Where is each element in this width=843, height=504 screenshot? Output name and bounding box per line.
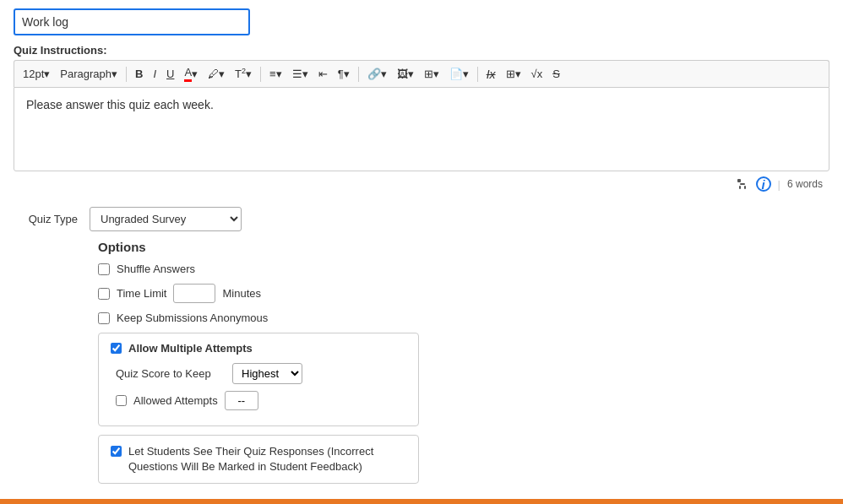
svg-rect-3 — [744, 186, 746, 189]
multiple-attempts-header: Allow Multiple Attempts — [111, 342, 406, 355]
editor-content: Please answer this quiz each week. — [26, 98, 817, 111]
time-limit-label[interactable]: Time Limit — [117, 287, 166, 300]
embed-chevron-icon: ▾ — [433, 68, 439, 80]
outdent-icon: ⇤ — [318, 68, 328, 80]
toolbar-sep-3 — [358, 67, 359, 82]
font-size-value: 12pt — [23, 68, 44, 80]
quiz-type-label: Quiz Type — [14, 213, 90, 225]
font-color-icon: A — [184, 66, 192, 82]
options-title: Options — [98, 240, 829, 254]
paragraph-chevron-icon: ▾ — [111, 68, 117, 80]
image-button[interactable]: 🖼 ▾ — [394, 66, 417, 82]
multiple-attempts-box: Allow Multiple Attempts Quiz Score to Ke… — [98, 333, 419, 426]
allowed-attempts-input[interactable] — [225, 391, 258, 410]
table-icon: ⊞ — [506, 68, 515, 80]
list-chevron-icon: ▾ — [302, 68, 308, 80]
main-container: Quiz Instructions: 12pt ▾ Paragraph ▾ B … — [0, 0, 843, 492]
keep-submissions-label[interactable]: Keep Submissions Anonymous — [117, 312, 268, 324]
let-students-see-box: Let Students See Their Quiz Responses (I… — [98, 435, 419, 484]
allow-multiple-attempts-label[interactable]: Allow Multiple Attempts — [128, 342, 253, 355]
quiz-score-to-keep-row: Quiz Score to Keep Highest Latest Averag… — [116, 363, 406, 384]
paragraph-selector[interactable]: Paragraph ▾ — [57, 66, 121, 82]
time-limit-input[interactable] — [173, 284, 215, 303]
time-limit-checkbox[interactable] — [98, 288, 110, 300]
shuffle-answers-label[interactable]: Shuffle Answers — [117, 263, 195, 275]
superscript-chevron-icon: ▾ — [246, 68, 252, 80]
embed-icon: ⊞ — [424, 68, 433, 80]
align-button[interactable]: ≡ ▾ — [266, 66, 286, 82]
list-icon: ☰ — [292, 68, 302, 80]
paragraph-value: Paragraph — [60, 68, 111, 80]
font-color-button[interactable]: A ▾ — [181, 64, 201, 84]
paragraph-format-button[interactable]: ¶ ▾ — [334, 66, 353, 82]
embed-button[interactable]: ⊞ ▾ — [421, 66, 443, 82]
keep-submissions-checkbox[interactable] — [98, 312, 110, 324]
font-color-chevron-icon: ▾ — [192, 68, 198, 80]
image-chevron-icon: ▾ — [408, 68, 414, 80]
word-count-bar: i | 6 words — [14, 173, 829, 195]
options-section: Options Shuffle Answers Time Limit Minut… — [98, 240, 829, 484]
toolbar-sep-1 — [126, 67, 127, 82]
allowed-attempts-row: Allowed Attempts — [116, 391, 406, 410]
settings-section: Quiz Type Graded Quiz Practice Quiz Grad… — [14, 207, 829, 231]
shuffle-answers-checkbox[interactable] — [98, 263, 110, 275]
title-input[interactable] — [14, 8, 250, 35]
paragraph-format-chevron-icon: ▾ — [344, 68, 350, 80]
highlight-chevron-icon: ▾ — [219, 68, 225, 80]
doc-button[interactable]: 📄 ▾ — [446, 66, 472, 82]
paragraph-format-icon: ¶ — [338, 68, 344, 80]
highlight-icon: 🖊 — [208, 68, 219, 80]
math-button[interactable]: √x — [528, 66, 547, 82]
allowed-attempts-checkbox[interactable] — [116, 395, 127, 406]
word-count-separator: | — [778, 178, 780, 191]
allowed-attempts-label[interactable]: Allowed Attempts — [133, 394, 218, 407]
keep-submissions-anonymous-row: Keep Submissions Anonymous — [98, 312, 829, 324]
time-limit-unit: Minutes — [222, 287, 261, 300]
eraser-button[interactable]: Ix — [483, 66, 499, 83]
quiz-type-row: Quiz Type Graded Quiz Practice Quiz Grad… — [14, 207, 829, 231]
quiz-type-select[interactable]: Graded Quiz Practice Quiz Graded Survey … — [90, 207, 242, 231]
table-chevron-icon: ▾ — [515, 68, 521, 80]
superscript-icon: T2 — [235, 67, 246, 80]
let-students-see-header: Let Students See Their Quiz Responses (I… — [111, 444, 406, 474]
link-button[interactable]: 🔗 ▾ — [364, 66, 390, 82]
eraser-icon: Ix — [487, 68, 496, 81]
svg-rect-2 — [739, 186, 741, 189]
shuffle-answers-row: Shuffle Answers — [98, 263, 829, 275]
let-students-see-label[interactable]: Let Students See Their Quiz Responses (I… — [128, 444, 406, 474]
strikethrough-icon: S — [552, 68, 560, 80]
info-icon[interactable]: i — [756, 176, 771, 192]
align-icon: ≡ — [269, 68, 276, 80]
editor-area[interactable]: Please answer this quiz each week. — [14, 87, 829, 171]
allow-multiple-attempts-checkbox[interactable] — [111, 343, 122, 354]
quiz-score-to-keep-label: Quiz Score to Keep — [116, 367, 226, 380]
accessibility-icon[interactable] — [736, 177, 749, 191]
align-chevron-icon: ▾ — [276, 68, 282, 80]
math-icon: √x — [531, 68, 543, 80]
superscript-button[interactable]: T2 ▾ — [231, 65, 255, 82]
font-size-selector[interactable]: 12pt ▾ — [19, 66, 53, 82]
doc-chevron-icon: ▾ — [463, 68, 469, 80]
svg-rect-0 — [737, 179, 741, 182]
link-icon: 🔗 — [367, 68, 381, 80]
doc-icon: 📄 — [449, 68, 463, 80]
bold-button[interactable]: B — [132, 66, 146, 82]
strikethrough-button[interactable]: S — [549, 66, 563, 82]
outdent-button[interactable]: ⇤ — [315, 66, 331, 82]
let-students-see-checkbox[interactable] — [111, 446, 122, 457]
font-size-chevron-icon: ▾ — [44, 68, 50, 80]
toolbar-sep-4 — [477, 67, 478, 82]
toolbar: 12pt ▾ Paragraph ▾ B I U A ▾ 🖊 ▾ T2 ▾ ≡ … — [14, 60, 829, 87]
link-chevron-icon: ▾ — [381, 68, 387, 80]
highlight-button[interactable]: 🖊 ▾ — [204, 66, 228, 82]
word-count: 6 words — [787, 178, 823, 190]
toolbar-sep-2 — [260, 67, 261, 82]
list-button[interactable]: ☰ ▾ — [289, 66, 312, 82]
quiz-score-to-keep-select[interactable]: Highest Latest Average — [232, 363, 302, 384]
table-button[interactable]: ⊞ ▾ — [503, 66, 525, 82]
quiz-instructions-label: Quiz Instructions: — [14, 44, 829, 57]
underline-button[interactable]: U — [163, 66, 177, 82]
bottom-bar — [0, 499, 843, 504]
svg-rect-1 — [740, 183, 745, 185]
italic-button[interactable]: I — [150, 66, 160, 82]
